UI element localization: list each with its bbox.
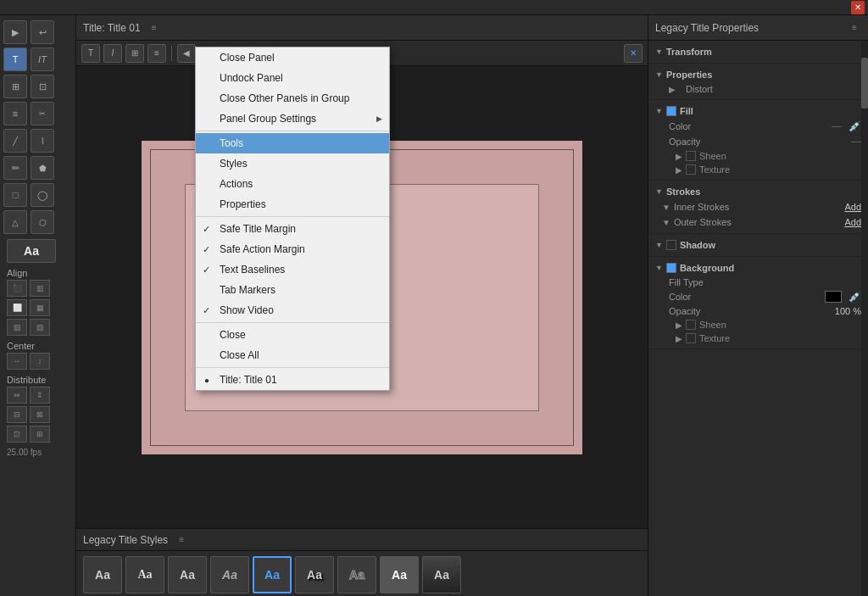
styles-title-bar: Legacy Title Styles ≡	[76, 529, 648, 551]
swatch-italic[interactable]: Aa	[210, 556, 249, 593]
swatch-active[interactable]: Aa	[253, 556, 292, 593]
undo-tool-btn[interactable]: ↩	[31, 20, 54, 44]
dist-top-btn[interactable]: ⊡	[7, 426, 27, 443]
line-tool-btn[interactable]: ╱	[3, 129, 27, 153]
panel-title-bar: Title: Title 01 ≡	[76, 15, 648, 41]
swatch-serif[interactable]: Aa	[125, 556, 164, 593]
ellipse-tool-btn[interactable]: ◯	[31, 183, 54, 207]
rp-scroll-thumb[interactable]	[861, 58, 868, 109]
dist-h-btn[interactable]: ⇔	[7, 387, 27, 404]
ptb-text-btn[interactable]: T	[81, 44, 100, 63]
align-left-btn[interactable]: ⬛	[7, 280, 27, 297]
align-center-btn[interactable]: ▥	[30, 280, 50, 297]
ptb-list-btn[interactable]: ≡	[147, 44, 166, 63]
aa-sample-btn[interactable]: Aa	[7, 239, 56, 263]
poly-tool-btn[interactable]: ⬡	[31, 210, 54, 234]
ctx-text-baselines-check: ✓	[203, 265, 210, 276]
ctx-styles[interactable]: Styles	[196, 153, 389, 174]
context-menu: Close Panel Undock Panel Close Other Pan…	[195, 47, 390, 391]
rect-tool-btn[interactable]: □	[3, 183, 27, 207]
swatch-bold[interactable]: Aa	[168, 556, 207, 593]
texture-checkbox[interactable]	[686, 164, 696, 175]
shape-tool-btn[interactable]: ⬟	[31, 156, 54, 180]
ctx-show-video[interactable]: ✓ Show Video	[196, 300, 389, 320]
align-bottom-btn[interactable]: ▨	[30, 319, 50, 336]
rp-menu-icon[interactable]: ≡	[848, 21, 861, 35]
text-italic-tool-btn[interactable]: IT	[31, 47, 54, 71]
swatch-gradient[interactable]: Aa	[422, 556, 461, 593]
cut-tool-btn[interactable]: ✂	[31, 102, 54, 125]
transform-header[interactable]: ▼ Transform	[655, 44, 861, 59]
outer-strokes-add[interactable]: Add	[844, 217, 861, 227]
dist-eq-btn[interactable]: ⊟	[7, 406, 27, 423]
pen-tool-btn[interactable]: ⌇	[31, 129, 54, 153]
panel-menu-icon[interactable]: ≡	[147, 21, 161, 35]
ctx-tab-markers[interactable]: Tab Markers	[196, 280, 389, 300]
align-middle-btn[interactable]: ▧	[7, 319, 27, 336]
strokes-label: Strokes	[666, 187, 700, 197]
ctx-safe-title[interactable]: ✓ Safe Title Margin	[196, 219, 389, 239]
toolbar-separator	[171, 46, 172, 61]
bg-eyedropper[interactable]: 💉	[849, 291, 861, 303]
ptb-close-btn[interactable]: ✕	[624, 44, 643, 63]
text-tool-btn[interactable]: T	[3, 47, 27, 71]
background-header[interactable]: ▼ Background	[655, 260, 861, 276]
sheen-checkbox[interactable]	[686, 151, 696, 161]
bg-texture-checkbox[interactable]	[686, 333, 696, 343]
inner-strokes-add[interactable]: Add	[844, 202, 861, 212]
rp-scrollbar[interactable]	[861, 41, 868, 596]
triangle-tool-btn[interactable]: △	[3, 210, 27, 234]
ctx-actions[interactable]: Actions	[196, 174, 389, 194]
ctx-safe-title-check: ✓	[203, 224, 210, 235]
fill-header[interactable]: ▼ Fill	[655, 103, 861, 119]
swatch-normal[interactable]: Aa	[83, 556, 122, 593]
swatch-outline[interactable]: Aa	[337, 556, 376, 593]
select-tool-btn[interactable]: ▶	[3, 20, 27, 44]
grid-tool-1-btn[interactable]: ⊞	[3, 75, 27, 98]
toolbar-row-3: ⊞ ⊡	[3, 75, 72, 98]
ctx-safe-action[interactable]: ✓ Safe Action Margin	[196, 239, 389, 259]
dist-v-btn[interactable]: ⇕	[30, 387, 50, 404]
ctx-title-01[interactable]: ● Title: Title 01	[196, 370, 389, 390]
ctx-close-other-panels[interactable]: Close Other Panels in Group	[196, 88, 389, 109]
ptb-italic-btn[interactable]: I	[103, 44, 122, 63]
ctx-close-panel[interactable]: Close Panel	[196, 47, 389, 68]
bg-filltype-label: Fill Type	[669, 277, 861, 287]
align-label: Align	[7, 268, 69, 278]
align-top-btn[interactable]: ▦	[30, 299, 50, 316]
bg-color-swatch[interactable]	[825, 291, 842, 303]
pencil-tool-btn[interactable]: ✏	[3, 156, 27, 180]
dist-bot-btn[interactable]: ⊞	[30, 426, 50, 443]
ctx-sep-3	[196, 322, 389, 323]
ctx-panel-group-settings[interactable]: Panel Group Settings	[196, 109, 389, 129]
ctx-tools[interactable]: Tools	[196, 133, 389, 153]
fill-eyedropper[interactable]: 💉	[849, 120, 861, 132]
swatch-fill[interactable]: Aa	[380, 556, 419, 593]
bg-sheen-row: ▶ Sheen	[655, 318, 861, 331]
ctx-text-baselines[interactable]: ✓ Text Baselines	[196, 259, 389, 280]
center-h-btn[interactable]: ↔	[7, 353, 27, 370]
bg-filltype-row: Fill Type	[655, 276, 861, 289]
properties-header[interactable]: ▼ Properties	[655, 67, 861, 82]
properties-section: ▼ Properties ▶ Distort	[648, 64, 868, 100]
ctx-close-all[interactable]: Close All	[196, 345, 389, 365]
ctx-properties[interactable]: Properties	[196, 194, 389, 214]
ctx-close[interactable]: Close	[196, 325, 389, 345]
ptb-audio-btn[interactable]: ◀	[177, 44, 196, 63]
align-right-btn[interactable]: ⬜	[7, 299, 27, 316]
background-checkbox[interactable]	[666, 263, 676, 273]
dist-center-btn[interactable]: ⊠	[30, 406, 50, 423]
shadow-header[interactable]: ▼ Shadow	[655, 237, 861, 253]
list-tool-btn[interactable]: ≡	[3, 102, 27, 125]
swatch-shadow[interactable]: Aa	[295, 556, 334, 593]
grid-tool-2-btn[interactable]: ⊡	[31, 75, 54, 98]
strokes-header[interactable]: ▼ Strokes	[655, 184, 861, 199]
bg-sheen-checkbox[interactable]	[686, 320, 696, 330]
styles-menu-icon[interactable]: ≡	[175, 533, 188, 547]
close-window-button[interactable]: ✕	[851, 1, 865, 14]
fill-checkbox[interactable]	[666, 106, 676, 116]
center-v-btn[interactable]: ↕	[30, 353, 50, 370]
ctx-undock-panel[interactable]: Undock Panel	[196, 68, 389, 88]
shadow-checkbox[interactable]	[666, 240, 676, 250]
ptb-grid-btn[interactable]: ⊞	[125, 44, 144, 63]
